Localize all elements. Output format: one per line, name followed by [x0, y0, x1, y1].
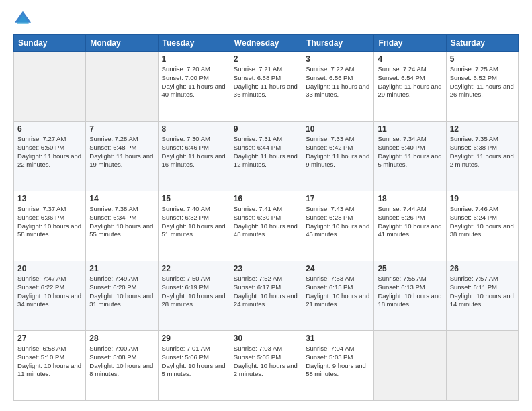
- calendar-cell: 25Sunrise: 7:55 AM Sunset: 6:13 PM Dayli…: [374, 261, 446, 331]
- weekday-header: Wednesday: [230, 35, 302, 52]
- cell-content: Sunrise: 7:27 AM Sunset: 6:50 PM Dayligh…: [17, 135, 82, 169]
- cell-content: Sunrise: 7:53 AM Sunset: 6:15 PM Dayligh…: [306, 275, 370, 309]
- calendar-cell: 11Sunrise: 7:34 AM Sunset: 6:40 PM Dayli…: [374, 122, 446, 191]
- day-number: 25: [378, 264, 442, 273]
- cell-content: Sunrise: 7:33 AM Sunset: 6:42 PM Dayligh…: [306, 135, 370, 169]
- day-number: 11: [378, 124, 442, 134]
- calendar-cell: 29Sunrise: 7:01 AM Sunset: 5:06 PM Dayli…: [158, 331, 230, 401]
- day-number: 20: [17, 264, 82, 273]
- calendar-week-row: 1Sunrise: 7:20 AM Sunset: 7:00 PM Daylig…: [14, 52, 519, 122]
- day-number: 4: [378, 54, 442, 64]
- page: SundayMondayTuesdayWednesdayThursdayFrid…: [0, 0, 532, 411]
- calendar-cell: 27Sunrise: 6:58 AM Sunset: 5:10 PM Dayli…: [14, 331, 86, 401]
- day-number: 13: [17, 194, 82, 203]
- calendar-cell: 30Sunrise: 7:03 AM Sunset: 5:05 PM Dayli…: [230, 331, 302, 401]
- day-number: 16: [234, 194, 298, 203]
- calendar-cell: [86, 52, 158, 122]
- day-number: 17: [306, 194, 370, 203]
- cell-content: Sunrise: 7:01 AM Sunset: 5:06 PM Dayligh…: [162, 345, 226, 379]
- calendar-cell: 24Sunrise: 7:53 AM Sunset: 6:15 PM Dayli…: [302, 261, 374, 331]
- calendar-cell: 1Sunrise: 7:20 AM Sunset: 7:00 PM Daylig…: [158, 52, 230, 122]
- calendar-cell: 15Sunrise: 7:40 AM Sunset: 6:32 PM Dayli…: [158, 191, 230, 261]
- calendar-cell: 4Sunrise: 7:24 AM Sunset: 6:54 PM Daylig…: [374, 52, 446, 122]
- day-number: 29: [162, 334, 226, 343]
- cell-content: Sunrise: 7:21 AM Sunset: 6:58 PM Dayligh…: [234, 65, 298, 99]
- calendar-table: SundayMondayTuesdayWednesdayThursdayFrid…: [13, 34, 519, 401]
- day-number: 12: [450, 124, 515, 134]
- calendar-cell: 10Sunrise: 7:33 AM Sunset: 6:42 PM Dayli…: [302, 122, 374, 191]
- weekday-header: Thursday: [302, 35, 374, 52]
- day-number: 5: [450, 54, 515, 64]
- calendar-cell: 16Sunrise: 7:41 AM Sunset: 6:30 PM Dayli…: [230, 191, 302, 261]
- day-number: 19: [450, 194, 515, 203]
- calendar-cell: 6Sunrise: 7:27 AM Sunset: 6:50 PM Daylig…: [14, 122, 86, 191]
- calendar-cell: 12Sunrise: 7:35 AM Sunset: 6:38 PM Dayli…: [446, 122, 518, 191]
- calendar-cell: 5Sunrise: 7:25 AM Sunset: 6:52 PM Daylig…: [446, 52, 518, 122]
- day-number: 1: [162, 54, 226, 64]
- calendar-cell: 7Sunrise: 7:28 AM Sunset: 6:48 PM Daylig…: [86, 122, 158, 191]
- calendar-cell: 21Sunrise: 7:49 AM Sunset: 6:20 PM Dayli…: [86, 261, 158, 331]
- day-number: 6: [17, 124, 82, 134]
- cell-content: Sunrise: 7:35 AM Sunset: 6:38 PM Dayligh…: [450, 135, 515, 169]
- day-number: 14: [89, 194, 154, 203]
- cell-content: Sunrise: 7:03 AM Sunset: 5:05 PM Dayligh…: [234, 345, 298, 379]
- cell-content: Sunrise: 7:28 AM Sunset: 6:48 PM Dayligh…: [89, 135, 154, 169]
- calendar-cell: 19Sunrise: 7:46 AM Sunset: 6:24 PM Dayli…: [446, 191, 518, 261]
- cell-content: Sunrise: 7:55 AM Sunset: 6:13 PM Dayligh…: [378, 275, 442, 309]
- cell-content: Sunrise: 7:34 AM Sunset: 6:40 PM Dayligh…: [378, 135, 442, 169]
- cell-content: Sunrise: 7:41 AM Sunset: 6:30 PM Dayligh…: [234, 205, 298, 239]
- calendar-cell: 23Sunrise: 7:52 AM Sunset: 6:17 PM Dayli…: [230, 261, 302, 331]
- cell-content: Sunrise: 7:20 AM Sunset: 7:00 PM Dayligh…: [162, 65, 226, 99]
- calendar-cell: 14Sunrise: 7:38 AM Sunset: 6:34 PM Dayli…: [86, 191, 158, 261]
- calendar-cell: 17Sunrise: 7:43 AM Sunset: 6:28 PM Dayli…: [302, 191, 374, 261]
- calendar-week-row: 27Sunrise: 6:58 AM Sunset: 5:10 PM Dayli…: [14, 331, 519, 401]
- calendar-cell: 9Sunrise: 7:31 AM Sunset: 6:44 PM Daylig…: [230, 122, 302, 191]
- calendar-cell: 20Sunrise: 7:47 AM Sunset: 6:22 PM Dayli…: [14, 261, 86, 331]
- cell-content: Sunrise: 7:04 AM Sunset: 5:03 PM Dayligh…: [306, 345, 370, 379]
- calendar-week-row: 20Sunrise: 7:47 AM Sunset: 6:22 PM Dayli…: [14, 261, 519, 331]
- calendar-cell: 8Sunrise: 7:30 AM Sunset: 6:46 PM Daylig…: [158, 122, 230, 191]
- day-number: 30: [234, 334, 298, 343]
- logo-icon: [13, 10, 32, 29]
- cell-content: Sunrise: 7:52 AM Sunset: 6:17 PM Dayligh…: [234, 275, 298, 309]
- cell-content: Sunrise: 7:49 AM Sunset: 6:20 PM Dayligh…: [89, 275, 154, 309]
- day-number: 9: [234, 124, 298, 134]
- cell-content: Sunrise: 7:00 AM Sunset: 5:08 PM Dayligh…: [89, 345, 154, 379]
- cell-content: Sunrise: 7:31 AM Sunset: 6:44 PM Dayligh…: [234, 135, 298, 169]
- calendar-week-row: 6Sunrise: 7:27 AM Sunset: 6:50 PM Daylig…: [14, 122, 519, 191]
- cell-content: Sunrise: 7:43 AM Sunset: 6:28 PM Dayligh…: [306, 205, 370, 239]
- calendar-cell: [374, 331, 446, 401]
- weekday-header: Friday: [374, 35, 446, 52]
- calendar-cell: [446, 331, 518, 401]
- day-number: 21: [89, 264, 154, 273]
- header: [13, 10, 519, 29]
- calendar-cell: 13Sunrise: 7:37 AM Sunset: 6:36 PM Dayli…: [14, 191, 86, 261]
- weekday-header: Monday: [86, 35, 158, 52]
- header-row: SundayMondayTuesdayWednesdayThursdayFrid…: [14, 35, 519, 52]
- calendar-cell: 26Sunrise: 7:57 AM Sunset: 6:11 PM Dayli…: [446, 261, 518, 331]
- calendar-week-row: 13Sunrise: 7:37 AM Sunset: 6:36 PM Dayli…: [14, 191, 519, 261]
- calendar-cell: 2Sunrise: 7:21 AM Sunset: 6:58 PM Daylig…: [230, 52, 302, 122]
- day-number: 27: [17, 334, 82, 343]
- calendar-cell: [14, 52, 86, 122]
- cell-content: Sunrise: 6:58 AM Sunset: 5:10 PM Dayligh…: [17, 345, 82, 379]
- cell-content: Sunrise: 7:47 AM Sunset: 6:22 PM Dayligh…: [17, 275, 82, 309]
- day-number: 15: [162, 194, 226, 203]
- day-number: 2: [234, 54, 298, 64]
- day-number: 8: [162, 124, 226, 134]
- day-number: 10: [306, 124, 370, 134]
- cell-content: Sunrise: 7:30 AM Sunset: 6:46 PM Dayligh…: [162, 135, 226, 169]
- day-number: 18: [378, 194, 442, 203]
- day-number: 31: [306, 334, 370, 343]
- cell-content: Sunrise: 7:22 AM Sunset: 6:56 PM Dayligh…: [306, 65, 370, 99]
- cell-content: Sunrise: 7:57 AM Sunset: 6:11 PM Dayligh…: [450, 275, 515, 309]
- day-number: 7: [89, 124, 154, 134]
- calendar-cell: 31Sunrise: 7:04 AM Sunset: 5:03 PM Dayli…: [302, 331, 374, 401]
- cell-content: Sunrise: 7:24 AM Sunset: 6:54 PM Dayligh…: [378, 65, 442, 99]
- cell-content: Sunrise: 7:25 AM Sunset: 6:52 PM Dayligh…: [450, 65, 515, 99]
- cell-content: Sunrise: 7:50 AM Sunset: 6:19 PM Dayligh…: [162, 275, 226, 309]
- day-number: 26: [450, 264, 515, 273]
- logo: [13, 10, 35, 29]
- calendar-cell: 3Sunrise: 7:22 AM Sunset: 6:56 PM Daylig…: [302, 52, 374, 122]
- calendar-cell: 22Sunrise: 7:50 AM Sunset: 6:19 PM Dayli…: [158, 261, 230, 331]
